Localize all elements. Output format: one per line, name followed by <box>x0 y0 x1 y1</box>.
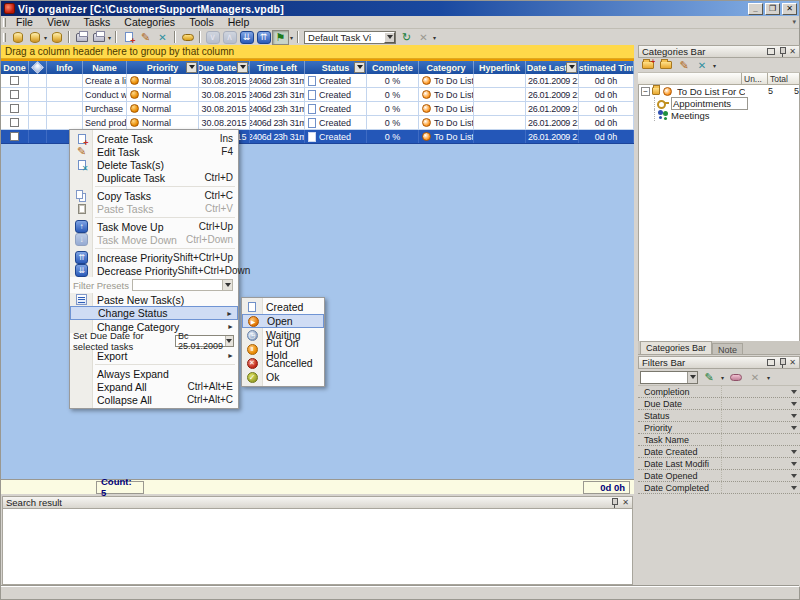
close-panel-icon[interactable]: ✕ <box>789 358 796 367</box>
clear-view-icon[interactable]: ✕ <box>415 30 432 45</box>
menu-item-decrease-priority[interactable]: ⇊ Decrease PriorityShift+Ctrl+Down <box>70 264 238 277</box>
close-panel-icon[interactable]: ✕ <box>622 498 629 507</box>
pin-icon[interactable] <box>778 47 786 57</box>
tree-item-meetings[interactable]: Meetings <box>639 109 799 121</box>
close-panel-icon[interactable]: ✕ <box>789 47 796 56</box>
menu-tools[interactable]: Tools <box>182 16 221 29</box>
column-header-priority[interactable]: Priority <box>127 61 199 74</box>
restore-panel-icon[interactable] <box>767 48 775 55</box>
filter-row[interactable]: Due Date <box>638 398 800 410</box>
filter-dropdown-icon[interactable] <box>791 450 797 457</box>
filters-toolbar-overflow[interactable]: ▾ <box>767 374 770 381</box>
column-header-status[interactable]: Status <box>305 61 367 74</box>
menu-item-always-expand[interactable]: Always Expand <box>70 367 238 380</box>
task-view-dropdown-icon[interactable] <box>384 32 395 43</box>
column-header-info[interactable]: Info <box>47 61 83 74</box>
menu-item-expand-all[interactable]: Expand AllCtrl+Alt+E <box>70 380 238 393</box>
print-preview-icon[interactable] <box>90 30 107 45</box>
edit-category-icon[interactable]: ✎ <box>676 59 692 72</box>
menu-item-copy-tasks[interactable]: Copy TasksCtrl+C <box>70 189 238 202</box>
delete-task-icon[interactable]: ✕ <box>154 30 171 45</box>
column-header-category[interactable]: Category <box>419 61 474 74</box>
edit-task-icon[interactable]: ✎ <box>137 30 154 45</box>
filter-dropdown-icon[interactable] <box>791 402 797 409</box>
filter-row[interactable]: Priority <box>638 422 800 434</box>
date-last-filter-dropdown[interactable] <box>566 62 577 73</box>
column-header-due-date[interactable]: Due Date&Ti <box>199 61 250 74</box>
restore-button[interactable]: ❐ <box>765 3 780 15</box>
increase-priority-icon[interactable]: ⇈ <box>255 30 272 45</box>
new-database-icon[interactable] <box>9 30 26 45</box>
new-category-icon[interactable]: + <box>640 59 656 72</box>
filter-row[interactable]: Completion <box>638 386 800 398</box>
delete-category-icon[interactable]: ✕ <box>694 59 710 72</box>
collapse-icon[interactable]: − <box>641 87 650 96</box>
print-dropdown-icon[interactable]: ▾ <box>108 34 111 41</box>
open-database-icon[interactable] <box>26 30 43 45</box>
column-header-flag[interactable] <box>29 61 47 74</box>
minimize-button[interactable]: _ <box>748 3 763 15</box>
filter-row[interactable]: Date Completed <box>638 482 800 494</box>
show-notes-icon[interactable] <box>179 30 196 45</box>
toolbar-grip[interactable] <box>3 33 6 42</box>
done-checkbox[interactable] <box>10 104 19 113</box>
filter-dropdown-icon[interactable] <box>791 486 797 493</box>
filter-dropdown-icon[interactable] <box>791 414 797 421</box>
done-checkbox[interactable] <box>10 132 19 141</box>
menu-item-task-move-down[interactable]: ↓ Task Move DownCtrl+Down <box>70 233 238 246</box>
table-row[interactable]: Send product Normal 30.08.2015 2406d 23h… <box>1 116 634 130</box>
submenu-item-ok[interactable]: ✓ Ok <box>242 370 324 384</box>
menu-view[interactable]: View <box>40 16 77 29</box>
priority-filter-dropdown[interactable] <box>186 62 197 73</box>
table-row[interactable]: Create a list of Normal 30.08.2015 2406d… <box>1 74 634 88</box>
submenu-item-open[interactable]: ▶ Open <box>242 314 324 328</box>
toolbar-grip[interactable] <box>3 18 6 27</box>
tab-note[interactable]: Note <box>712 343 743 354</box>
status-filter-dropdown[interactable] <box>354 62 365 73</box>
menu-item-create-task[interactable]: + Create TaskIns <box>70 132 238 145</box>
filter-dropdown-icon[interactable] <box>791 462 797 469</box>
pin-icon[interactable] <box>778 358 786 368</box>
open-database-dropdown-icon[interactable]: ▾ <box>44 34 47 41</box>
view-overflow-chevron[interactable]: ▾ <box>433 34 436 41</box>
column-header-time-left[interactable]: Time Left <box>250 61 305 74</box>
filter-presets-dropdown-icon[interactable] <box>222 280 232 290</box>
tab-categories-bar[interactable]: Categories Bar <box>640 341 712 354</box>
menu-item-delete-task[interactable]: ✕ Delete Task(s) <box>70 158 238 171</box>
print-icon[interactable] <box>73 30 90 45</box>
eraser-icon[interactable] <box>728 371 744 384</box>
menu-item-task-move-up[interactable]: ↑ Task Move UpCtrl+Up <box>70 220 238 233</box>
decrease-priority-icon[interactable]: ⇊ <box>238 30 255 45</box>
filter-preset-dropdown-icon[interactable] <box>687 372 697 383</box>
tree-item-appointments[interactable]: Appointments <box>639 97 799 109</box>
menu-item-paste-tasks[interactable]: Paste TasksCtrl+V <box>70 202 238 215</box>
task-view-combobox[interactable]: Default Task Vi <box>304 31 396 44</box>
filter-dropdown-icon[interactable] <box>791 426 797 433</box>
default-view-flag-icon[interactable]: ⚑ <box>272 30 289 45</box>
clear-filter-icon[interactable]: ✕ <box>747 371 763 384</box>
menu-help[interactable]: Help <box>221 16 257 29</box>
filter-row[interactable]: Date Opened <box>638 470 800 482</box>
categories-toolbar-overflow[interactable]: ▾ <box>713 62 716 69</box>
menu-tasks[interactable]: Tasks <box>77 16 118 29</box>
menu-item-change-status[interactable]: Change Status ► <box>70 306 238 320</box>
column-header-hyperlink[interactable]: Hyperlink <box>474 61 526 74</box>
submenu-item-cancelled[interactable]: ✕ Cancelled <box>242 356 324 370</box>
pin-icon[interactable] <box>610 498 618 508</box>
move-task-up-icon[interactable]: ∨ <box>204 30 221 45</box>
close-button[interactable]: ✕ <box>782 3 797 15</box>
due-date-filter-dropdown[interactable] <box>237 62 248 73</box>
filter-preset-combobox[interactable] <box>640 371 698 384</box>
due-date-combobox[interactable]: Bc 25.01.2009 <box>175 335 234 347</box>
done-checkbox[interactable] <box>10 118 19 127</box>
table-row[interactable]: Purchase Normal 30.08.2015 2406d 23h 31m… <box>1 102 634 116</box>
filter-dropdown-icon[interactable] <box>791 390 797 397</box>
menubar-overflow-chevron[interactable]: ▾ <box>792 18 796 26</box>
submenu-item-put-on-hold[interactable]: ‖ Put On Hold <box>242 342 324 356</box>
filter-presets-combobox[interactable] <box>132 279 233 291</box>
filter-row[interactable]: Date Last Modifi <box>638 458 800 470</box>
save-database-icon[interactable] <box>48 30 65 45</box>
apply-filter-dropdown[interactable]: ▾ <box>721 374 724 381</box>
refresh-view-icon[interactable]: ↻ <box>398 30 415 45</box>
menu-item-paste-new-tasks[interactable]: Paste New Task(s) <box>70 293 238 306</box>
